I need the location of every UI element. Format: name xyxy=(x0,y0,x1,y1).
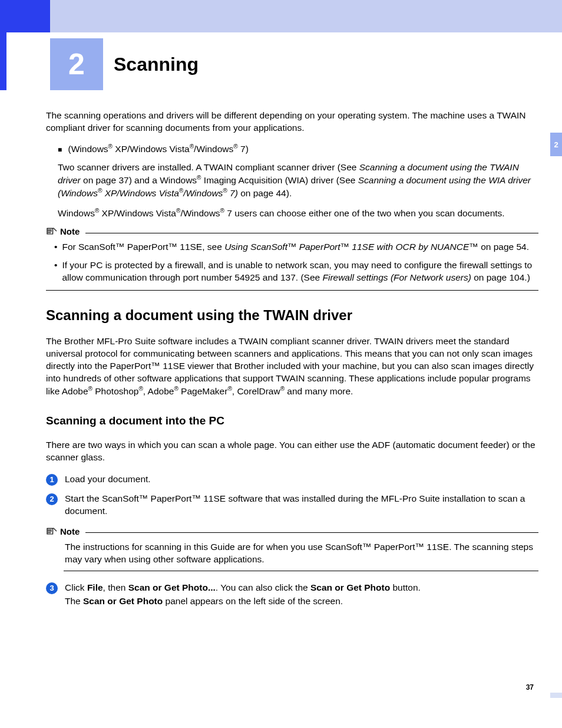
s3a: Click xyxy=(65,582,87,592)
note-item-scansoft: • For ScanSoft™ PaperPort™ 11SE, see Usi… xyxy=(54,241,538,253)
page-number: 37 xyxy=(526,683,534,691)
os-text-4: 7) xyxy=(238,144,249,154)
twain-wia-paragraph: Two scanner drivers are installed. A TWA… xyxy=(58,162,538,200)
header-accent-light xyxy=(50,0,562,32)
chapter-header: 2 Scanning xyxy=(50,38,199,90)
scan-intro: There are two ways in which you can scan… xyxy=(46,439,538,464)
menu-file: File xyxy=(87,582,103,592)
header-accent-dark xyxy=(0,0,50,32)
s1f: and many more. xyxy=(285,386,353,396)
p1c: Imaging Acquisition (WIA) driver (See xyxy=(201,175,358,185)
note-rule-bottom-2 xyxy=(64,571,538,571)
step-3: 3 Click File, then Scan or Get Photo....… xyxy=(46,582,538,608)
os-text-1: (Windows xyxy=(68,144,108,154)
p2d: 7 users can choose either one of the two… xyxy=(224,208,505,218)
heading-scan-into-pc: Scanning a document into the PC xyxy=(46,413,538,429)
step-2: 2 Start the ScanSoft™ PaperPort™ 11SE so… xyxy=(46,493,538,518)
link-scansoft-ocr[interactable]: Using ScanSoft™ PaperPort™ 11SE with OCR… xyxy=(224,242,478,252)
step-1: 1 Load your document. xyxy=(46,473,538,486)
p1i2d: 7) xyxy=(227,188,238,198)
n1b: on page 54. xyxy=(478,242,529,252)
page-corner-stripe xyxy=(550,693,562,698)
n2b: on page 104.) xyxy=(471,272,530,282)
p1b: on page 37) and a Windows xyxy=(81,175,197,185)
step-1-text: Load your document. xyxy=(65,473,538,486)
p1i2c: /Windows xyxy=(183,188,223,198)
note-item-firewall: • If your PC is protected by a firewall,… xyxy=(54,259,538,284)
s3c: , then xyxy=(103,582,128,592)
p1i2b: XP/Windows Vista xyxy=(102,188,179,198)
p1a: Two scanner drivers are installed. A TWA… xyxy=(58,162,359,172)
os-bullet-block: ■ (Windows® XP/Windows Vista®/Windows® 7… xyxy=(58,143,538,220)
menu-scan-get-photo: Scan or Get Photo... xyxy=(128,582,216,592)
link-firewall-settings[interactable]: Firewall settings (For Network users) xyxy=(322,272,471,282)
s3l2c: panel appears on the left side of the sc… xyxy=(163,596,343,606)
os-text-3: /Windows xyxy=(194,144,233,154)
s1d: PageMaker xyxy=(178,386,228,396)
step-number-3-icon: 3 xyxy=(46,582,58,594)
s3e: button. xyxy=(390,582,421,592)
note-rule-top-2 xyxy=(85,532,538,533)
note-body-2: The instructions for scanning in this Gu… xyxy=(65,541,538,566)
panel-scan-get-photo: Scan or Get Photo xyxy=(83,596,163,606)
s3d: . You can also click the xyxy=(216,582,310,592)
p2c: /Windows xyxy=(180,208,220,218)
os-text-2: XP/Windows Vista xyxy=(113,144,190,154)
n1a: For ScanSoft™ PaperPort™ 11SE, see xyxy=(62,242,224,252)
s1e: , CorelDraw xyxy=(232,386,280,396)
note-rule-top-1 xyxy=(85,233,538,233)
note-header-2: Note xyxy=(46,526,538,538)
note-header-1: Note xyxy=(46,226,538,238)
choice-paragraph: Windows® XP/Windows Vista®/Windows® 7 us… xyxy=(58,207,538,220)
left-sidebar-stub xyxy=(0,32,6,90)
note-label-2: Note xyxy=(60,526,80,538)
note-icon xyxy=(46,527,58,536)
step-2-text: Start the ScanSoft™ PaperPort™ 11SE soft… xyxy=(65,493,538,518)
intro-paragraph: The scanning operations and drivers will… xyxy=(46,110,538,134)
p2a: Windows xyxy=(58,208,95,218)
chapter-number-box: 2 xyxy=(50,38,103,90)
os-bullet-heading: ■ (Windows® XP/Windows Vista®/Windows® 7… xyxy=(58,143,538,156)
twain-body-paragraph: The Brother MFL-Pro Suite software inclu… xyxy=(46,335,538,398)
section-tab: 2 xyxy=(550,133,562,156)
s3l2a: The xyxy=(65,596,83,606)
page-content: The scanning operations and drivers will… xyxy=(46,110,538,615)
step-3-text: Click File, then Scan or Get Photo.... Y… xyxy=(65,582,538,608)
s1c: , Adobe xyxy=(143,386,174,396)
note-label-1: Note xyxy=(60,226,80,238)
note-rule-bottom-1 xyxy=(46,290,538,291)
button-scan-get-photo: Scan or Get Photo xyxy=(310,582,390,592)
s1b: Photoshop xyxy=(92,386,138,396)
heading-twain-driver: Scanning a document using the TWAIN driv… xyxy=(46,306,538,325)
step-number-2-icon: 2 xyxy=(46,493,58,505)
square-bullet-icon: ■ xyxy=(58,146,62,154)
note-list-1: • For ScanSoft™ PaperPort™ 11SE, see Usi… xyxy=(54,241,538,284)
step-number-1-icon: 1 xyxy=(46,474,58,486)
note-icon xyxy=(46,227,58,236)
chapter-title: Scanning xyxy=(114,54,199,75)
p1d: on page 44). xyxy=(238,188,292,198)
p2b: XP/Windows Vista xyxy=(99,208,176,218)
